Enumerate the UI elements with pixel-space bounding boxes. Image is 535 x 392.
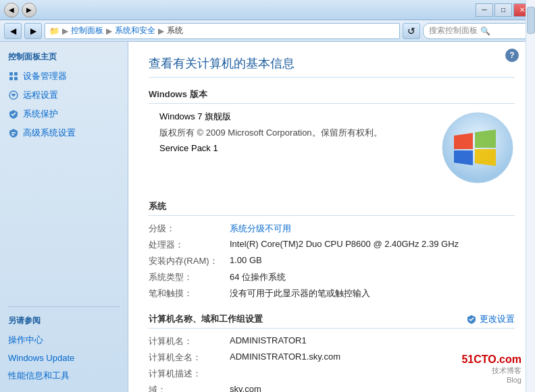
change-settings-button[interactable]: 更改设置 [466,313,515,325]
sidebar-bottom: 另请参阅 操作中心 Windows Update 性能信息和工具 [0,294,128,385]
title-bar-controls: ─ □ ✕ [476,3,531,17]
svg-rect-3 [14,77,18,80]
svg-rect-7 [11,134,14,136]
computer-name-row: 计算机名： ADMINISTRATOR1 [149,335,515,347]
scrollbar[interactable] [526,0,535,392]
breadcrumb-item-2[interactable]: 系统和安全 [115,25,155,36]
breadcrumb-sep1: ▶ [62,26,68,36]
system-type-value: 64 位操作系统 [230,271,515,283]
ram-row: 安装内存(RAM)： 1.00 GB [149,255,515,267]
processor-row: 处理器： Intel(R) Core(TM)2 Duo CPU P8600 @ … [149,239,515,251]
watermark-line2: 技术博客 [461,366,521,376]
window-forward-button[interactable]: ▶ [22,3,36,18]
system-type-label: 系统类型： [149,271,230,283]
rating-value[interactable]: 系统分级不可用 [230,223,515,235]
windows-section-header: Windows 版本 [149,88,515,104]
watermark: 51CTO.com 技术博客 Blog [461,354,521,384]
domain-value: sky.com [230,384,515,392]
computer-section-header: 计算机名称、域和工作组设置 [149,313,263,325]
search-icon[interactable]: 🔍 [480,26,490,36]
search-bar[interactable]: 搜索控制面板 🔍 [423,23,531,39]
pen-touch-label: 笔和触摸： [149,287,230,300]
system-section: 系统 分级： 系统分级不可用 处理器： Intel(R) Core(TM)2 D… [149,200,515,300]
sidebar-item-label: 系统保护 [23,108,58,120]
computer-name-label: 计算机名： [149,335,230,347]
sidebar-item-label: Windows Update [8,353,74,363]
sidebar-item-label: 设备管理器 [23,70,67,82]
svg-rect-6 [11,132,16,134]
ram-label: 安装内存(RAM)： [149,255,230,267]
sidebar-main-title: 控制面板主页 [0,49,128,67]
rating-label: 分级： [149,223,230,235]
main-layout: 控制面板主页 设备管理器 远程设置 [0,42,535,392]
sidebar-item-system-protect[interactable]: 系统保护 [0,105,128,123]
ram-value: 1.00 GB [230,255,515,267]
help-button[interactable]: ? [505,49,519,62]
sidebar: 控制面板主页 设备管理器 远程设置 [0,42,128,392]
title-bar-left: ◀ ▶ [4,3,36,18]
sidebar-item-windows-update[interactable]: Windows Update [0,349,128,366]
windows-logo [440,111,515,187]
computer-desc-label: 计算机描述： [149,368,230,380]
watermark-main: 51CTO.com [461,354,521,366]
svg-rect-1 [14,72,18,76]
domain-label: 域： [149,384,230,392]
refresh-button[interactable]: ↺ [403,23,420,39]
page-title: 查看有关计算机的基本信息 [149,55,515,78]
pen-touch-value: 没有可用于此显示器的笔或触控输入 [230,287,515,300]
sidebar-item-device-manager[interactable]: 设备管理器 [0,67,128,86]
breadcrumb-item-1[interactable]: 控制面板 [71,25,103,36]
computer-fullname-row: 计算机全名： ADMINISTRATOR1.sky.com [149,352,515,364]
also-section-title: 另请参阅 [0,312,128,331]
system-protect-icon [8,109,19,119]
windows-copyright: 版权所有 © 2009 Microsoft Corporation。保留所有权利… [159,128,382,138]
sidebar-item-action-center[interactable]: 操作中心 [0,331,128,349]
rating-row: 分级： 系统分级不可用 [149,223,515,235]
sidebar-item-advanced[interactable]: 高级系统设置 [0,123,128,142]
device-manager-icon [8,71,19,82]
domain-row: 域： sky.com [149,384,515,392]
remote-icon [8,90,19,101]
svg-rect-0 [9,72,13,76]
sidebar-item-label: 操作中心 [8,334,43,346]
maximize-button[interactable]: □ [494,3,512,17]
forward-button[interactable]: ▶ [24,23,42,39]
system-type-row: 系统类型： 64 位操作系统 [149,271,515,283]
watermark-line3: Blog [461,376,521,384]
breadcrumb-item-3: 系统 [167,25,183,36]
system-section-header: 系统 [149,200,515,216]
windows-edition: Windows 7 旗舰版 [159,111,231,121]
back-button[interactable]: ◀ [4,23,22,39]
svg-point-5 [12,94,15,96]
folder-icon: 📁 [49,26,59,36]
computer-section: 计算机名称、域和工作组设置 更改设置 计算机名： ADMINISTRATOR1 … [149,313,515,392]
change-settings-label: 更改设置 [480,313,515,325]
breadcrumb-bar[interactable]: 📁 ▶ 控制面板 ▶ 系统和安全 ▶ 系统 [45,23,400,39]
window-back-button[interactable]: ◀ [4,3,19,18]
title-bar: ◀ ▶ ─ □ ✕ [0,0,535,20]
breadcrumb-sep3: ▶ [158,26,164,36]
sidebar-item-label: 高级系统设置 [23,127,76,139]
minimize-button[interactable]: ─ [476,3,493,17]
svg-rect-2 [9,77,13,80]
content-area: ? 查看有关计算机的基本信息 Windows 版本 Windows 7 旗舰版 … [128,42,535,392]
computer-desc-row: 计算机描述： [149,368,515,380]
processor-label: 处理器： [149,239,230,251]
processor-value: Intel(R) Core(TM)2 Duo CPU P8600 @ 2.40G… [230,239,515,251]
address-bar: ◀ ▶ 📁 ▶ 控制面板 ▶ 系统和安全 ▶ 系统 ↺ 搜索控制面板 🔍 [0,20,535,42]
service-pack-label: Service Pack 1 [159,143,218,153]
sidebar-item-label: 远程设置 [23,89,58,101]
windows-info: Windows 7 旗舰版 版权所有 © 2009 Microsoft Corp… [149,111,440,157]
computer-name-value: ADMINISTRATOR1 [230,335,515,347]
advanced-icon [8,128,19,138]
sidebar-item-performance[interactable]: 性能信息和工具 [0,366,128,385]
search-placeholder-text: 搜索控制面板 [429,25,478,36]
sidebar-divider [8,306,120,307]
sidebar-item-remote[interactable]: 远程设置 [0,86,128,105]
breadcrumb-sep2: ▶ [106,26,112,36]
sidebar-item-label: 性能信息和工具 [8,370,70,382]
computer-fullname-label: 计算机全名： [149,352,230,364]
pen-touch-row: 笔和触摸： 没有可用于此显示器的笔或触控输入 [149,287,515,300]
windows-section: Windows 7 旗舰版 版权所有 © 2009 Microsoft Corp… [149,111,515,187]
